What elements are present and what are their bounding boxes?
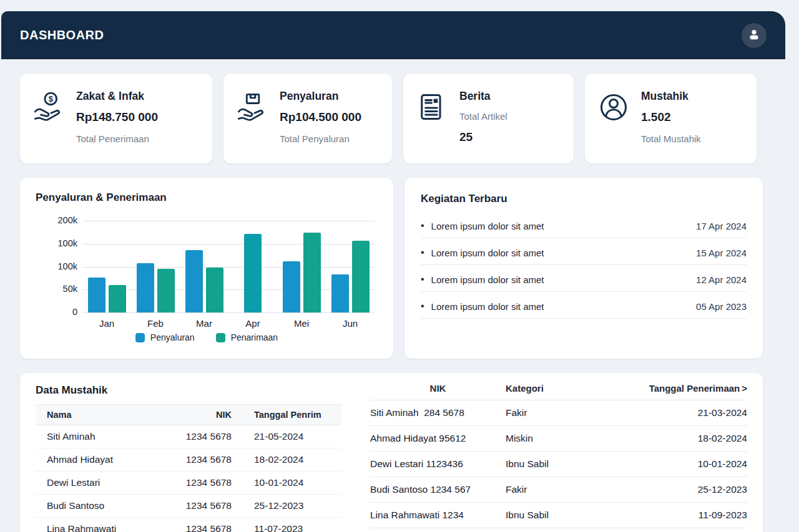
stat-card: Mustahik 1.502Total Mustahik xyxy=(585,74,757,163)
table-row: Lina Rahmawati 1234 5678 11-07-2023 xyxy=(36,518,341,532)
cell-nama: Lina Rahmawati xyxy=(36,518,185,532)
activity-text: Lorem ipsum dolor sit amet xyxy=(431,221,544,231)
bar-group-feb xyxy=(131,221,180,312)
bar-penyaluran-jun xyxy=(331,274,349,312)
cell-kategori: Ibnu Sabil xyxy=(506,452,613,477)
x-axis-tick-label: Jan xyxy=(82,318,131,329)
column-header-kategori: Kategori xyxy=(506,378,613,400)
bar-groups xyxy=(82,221,375,312)
stat-card-value: 25 xyxy=(459,128,507,146)
stat-card-label: Total Penerimaan xyxy=(76,132,158,146)
user-circle-icon xyxy=(597,91,630,123)
stat-card-title: Mustahik xyxy=(641,89,701,104)
bar-penarimaan-jan xyxy=(109,285,126,312)
stat-card: $ Zakat & Infak Rp148.750 000Total Pener… xyxy=(20,74,212,163)
bullet-icon: • xyxy=(421,220,424,231)
y-axis-tick-label: 0 xyxy=(35,307,77,317)
cell-tanggal: 11-09-2023 xyxy=(613,503,747,528)
cell-kategori: Fakir xyxy=(506,477,613,503)
bar-group-jan xyxy=(82,221,131,312)
legend-item-penyaluran[interactable]: Penyaluran xyxy=(135,332,195,342)
table-row: Dewi Lestari 1234 5678 10-01-2024 xyxy=(36,472,341,495)
x-axis-tick-label: Feb xyxy=(131,318,180,329)
table-row: Ahmad Hidayat 95612 Miskin 18-02-2024 xyxy=(370,426,747,452)
svg-text:$: $ xyxy=(49,94,54,104)
stat-card-label: Total Mustahik xyxy=(641,132,701,146)
bar-penarimaan-apr xyxy=(244,234,262,312)
x-axis-tick-label: Mar xyxy=(180,318,228,329)
activities-title: Kegiatan Terbaru xyxy=(421,193,747,205)
table-row: Ahmad Hidayat 1234 5678 18-02-2024 xyxy=(36,448,341,472)
bar-penyaluran-feb xyxy=(137,263,154,312)
bar-group-jun xyxy=(326,221,375,312)
legend-label: Penyaluran xyxy=(150,332,195,342)
cell-tanggal: 10-01-2024 xyxy=(235,472,341,495)
bar-group-mar xyxy=(180,221,228,312)
chart-legend: PenyaluranPenarimaan xyxy=(20,332,393,342)
column-header-tanggal-penerimaan-sort[interactable]: Tanggal Penerimaan> xyxy=(613,378,747,400)
cell-tanggal: 21-03-2024 xyxy=(613,400,747,426)
cell-nama-nik: Ahmad Hidayat 95612 xyxy=(370,426,506,452)
bullet-icon: • xyxy=(421,274,424,285)
stat-card-title: Zakat & Infak xyxy=(76,89,158,104)
cell-nama-nik: Siti Aminah 284 5678 xyxy=(370,400,506,426)
activity-date: 17 Apr 2024 xyxy=(696,221,747,231)
data-mustahik-card: Data Mustahik Nama NIK Tanggal Penrim Si… xyxy=(20,373,763,532)
y-axis-tick-label: 100k xyxy=(35,238,77,248)
cell-nik: 1234 5678 xyxy=(185,495,235,518)
stat-card-value: Rp104.500 000 xyxy=(280,109,361,126)
cell-kategori: Fakir xyxy=(506,400,613,426)
stat-card-row: $ Zakat & Infak Rp148.750 000Total Pener… xyxy=(20,74,763,163)
activity-list-item: • Lorem ipsum dolor sit amet 05 Apr 2023 xyxy=(421,292,747,319)
cell-nama-nik: Dewi Lestari 1123436 xyxy=(370,452,506,477)
table-row: Lina Rahmawati 1234 Ibnu Sabil 11-09-202… xyxy=(370,503,747,528)
newspaper-icon xyxy=(416,91,448,123)
hand-coin-icon: $ xyxy=(32,91,65,123)
stat-card-title: Berita xyxy=(459,89,507,104)
bar-penarimaan-jun xyxy=(352,241,370,312)
cell-nama-nik: Budi Santoso 1234 567 xyxy=(370,477,506,503)
chart-plot-area: 200k100k100k50k0 xyxy=(82,221,375,312)
activity-text: Lorem ipsum dolor sit amet xyxy=(431,274,544,285)
cell-nama: Siti Aminah xyxy=(36,425,185,448)
legend-label: Penarimaan xyxy=(231,332,278,342)
bar-penarimaan-mar xyxy=(206,268,223,312)
x-axis-tick-label: Jun xyxy=(326,318,375,329)
activity-date: 15 Apr 2024 xyxy=(696,248,747,258)
bar-penyaluran-mei xyxy=(283,261,300,312)
table-row: Siti Aminah 284 5678 Fakir 21-03-2024 xyxy=(370,400,747,426)
legend-swatch xyxy=(216,333,225,342)
cell-tanggal: 25-12-2023 xyxy=(613,477,747,503)
bar-penarimaan-mei xyxy=(303,233,321,312)
cell-kategori: Miskin xyxy=(506,426,613,452)
stat-card: Penyaluran Rp104.500 000Total Penyaluran xyxy=(223,74,392,163)
table-row: Siti Aminah 1234 5678 21-05-2024 xyxy=(36,425,341,448)
bar-group-mei xyxy=(277,221,326,312)
column-header-nama: Nama xyxy=(36,405,185,425)
cell-tanggal: 11-07-2023 xyxy=(235,518,341,532)
cell-nama-nik: Lina Rahmawati 1234 xyxy=(370,503,506,528)
y-axis-tick-label: 100k xyxy=(35,261,77,271)
column-header-nik: NIK xyxy=(370,378,506,400)
gridline xyxy=(82,312,375,313)
user-icon xyxy=(747,27,762,44)
activity-text: Lorem ipsum dolor sit amet xyxy=(431,248,544,258)
recent-activities-card: Kegiatan Terbaru • Lorem ipsum dolor sit… xyxy=(404,178,763,359)
bullet-icon: • xyxy=(421,301,424,312)
activity-text: Lorem ipsum dolor sit amet xyxy=(431,301,544,312)
cell-tanggal: 25-12-2023 xyxy=(235,495,341,518)
cell-tanggal: 18-02-2024 xyxy=(613,426,747,452)
cell-nama: Dewi Lestari xyxy=(36,472,185,495)
table-row: Dewi Lestari 1123436 Ibnu Sabil 10-01-20… xyxy=(370,452,747,477)
table-row: Budi Santoso 1234 5678 25-12-2023 xyxy=(36,495,341,518)
hand-box-icon xyxy=(236,91,268,123)
bar-penarimaan-feb xyxy=(157,269,175,312)
bullet-icon: • xyxy=(421,247,424,258)
activity-list-item: • Lorem ipsum dolor sit amet 15 Apr 2024 xyxy=(421,238,747,265)
detail-table: NIK Kategori Tanggal Penerimaan> Siti Am… xyxy=(370,378,747,528)
legend-item-penarimaan[interactable]: Penarimaan xyxy=(216,332,278,342)
mustahik-table-title: Data Mustahik xyxy=(36,384,341,397)
y-axis-tick-label: 200k xyxy=(35,215,77,225)
user-avatar-button[interactable] xyxy=(742,23,767,48)
stat-card-label: Total Penyaluran xyxy=(280,132,361,146)
